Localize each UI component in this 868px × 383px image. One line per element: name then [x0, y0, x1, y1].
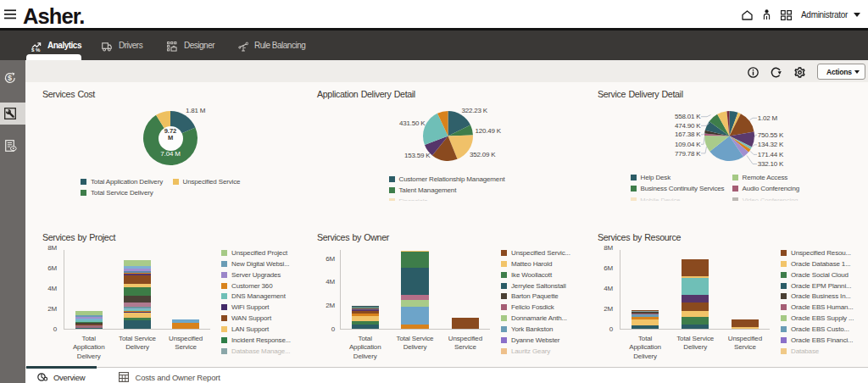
svg-text:$: $: [31, 47, 35, 52]
svg-text:%: %: [36, 47, 41, 52]
svg-text:$: $: [8, 74, 12, 82]
